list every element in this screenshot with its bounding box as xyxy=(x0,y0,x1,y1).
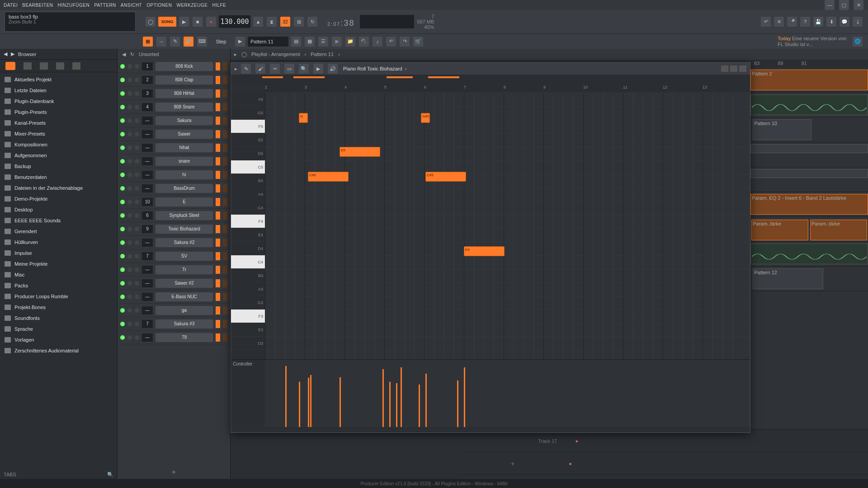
clip-small[interactable] xyxy=(750,144,868,153)
channel-name[interactable]: 808 Kick xyxy=(156,62,213,71)
song-mode-button[interactable]: SONG xyxy=(158,17,176,27)
step-off-icon[interactable] xyxy=(223,293,227,301)
menu-datei[interactable]: DATEI xyxy=(4,3,18,8)
step-on-icon[interactable] xyxy=(216,62,220,70)
channel-solo-icon[interactable] xyxy=(135,200,139,204)
channel-solo-icon[interactable] xyxy=(135,281,139,286)
browser-item[interactable]: Zerschnittenes Audiomaterial xyxy=(0,345,117,356)
channel-led-icon[interactable] xyxy=(120,281,125,286)
channel-mute-icon[interactable] xyxy=(127,240,132,245)
step-on-icon[interactable] xyxy=(216,89,220,98)
browser-item[interactable]: Misc xyxy=(0,269,117,280)
step-on-icon[interactable] xyxy=(216,293,220,301)
rack-row[interactable]: 10E xyxy=(118,195,230,209)
step-on-icon[interactable] xyxy=(216,157,220,165)
channel-solo-icon[interactable] xyxy=(135,267,139,272)
rack-row[interactable]: —hihat xyxy=(118,141,230,155)
channel-mute-icon[interactable] xyxy=(127,145,132,150)
rack-add-button[interactable]: + xyxy=(118,465,230,479)
channel-solo-icon[interactable] xyxy=(135,308,139,313)
clip-audio2[interactable] xyxy=(750,244,868,264)
tempo-display[interactable]: 130.000 xyxy=(219,15,250,28)
snap-select[interactable]: Step xyxy=(210,39,232,44)
channel-number[interactable]: 2 xyxy=(142,76,153,84)
rack-row[interactable]: —Tr xyxy=(118,263,230,277)
channel-led-icon[interactable] xyxy=(120,105,125,109)
channel-name[interactable]: hi xyxy=(156,170,213,179)
step-off-icon[interactable] xyxy=(223,225,227,233)
tempo-tap-icon[interactable]: ♪ xyxy=(373,37,382,47)
channel-mute-icon[interactable] xyxy=(127,91,132,96)
channel-solo-icon[interactable] xyxy=(135,105,139,109)
channel-name[interactable]: Sawer #2 xyxy=(156,279,213,288)
midi-note[interactable]: E5 xyxy=(340,147,380,157)
piano-key[interactable]: E4 xyxy=(231,228,265,242)
rack-row[interactable]: 4808 Snare xyxy=(118,100,230,114)
midi-note[interactable]: E4 xyxy=(464,246,505,256)
menu-hinzufuegen[interactable]: HINZUFÜGEN xyxy=(58,3,90,8)
step-off-icon[interactable] xyxy=(223,306,227,314)
window-close-icon[interactable]: ✕ xyxy=(854,0,863,10)
step-off-icon[interactable] xyxy=(223,198,227,206)
clip-automation[interactable]: Param. EQ 2 - Insert 6 - Band 2 Lautstär… xyxy=(750,194,868,215)
playlist-tracks[interactable]: 83 89 91 Pattern 2 Pattern 10 Param. EQ … xyxy=(750,60,868,479)
step-on-icon[interactable] xyxy=(216,130,220,138)
step-off-icon[interactable] xyxy=(223,89,227,98)
step-off-icon[interactable] xyxy=(223,144,227,152)
channel-solo-icon[interactable] xyxy=(135,118,139,123)
piano-key[interactable]: E3 xyxy=(231,323,265,337)
play-button[interactable]: ▶ xyxy=(179,17,189,27)
mixer-icon[interactable]: ⫸ xyxy=(332,37,342,47)
channel-solo-icon[interactable] xyxy=(135,132,139,136)
browser-item[interactable]: Producer Loops Rumble xyxy=(0,291,117,302)
browser-item[interactable]: Letzte Dateien xyxy=(0,85,117,96)
channel-led-icon[interactable] xyxy=(120,267,125,272)
channel-name[interactable]: Sakura xyxy=(156,116,213,125)
browser-icon[interactable]: 📁 xyxy=(345,37,355,47)
clip-audio[interactable] xyxy=(750,94,868,115)
browser-item[interactable]: Kompositionen xyxy=(0,139,117,150)
piano-tool-paint-icon[interactable]: 🖌 xyxy=(255,64,265,74)
browser-item[interactable]: Vorlagen xyxy=(0,334,117,345)
channel-mute-icon[interactable] xyxy=(127,78,132,82)
pattern-selector[interactable]: Pattern 11 xyxy=(248,37,288,47)
browser-back-icon[interactable]: ◀ xyxy=(4,51,7,57)
rack-row[interactable]: —Sakura #2 xyxy=(118,236,230,249)
channel-led-icon[interactable] xyxy=(120,295,125,299)
piano-menu-icon[interactable]: ▸ xyxy=(235,66,237,72)
channel-name[interactable]: E-Bass NUC xyxy=(156,292,213,301)
step-off-icon[interactable] xyxy=(223,184,227,192)
menu-werkzeuge[interactable]: WERKZEUGE xyxy=(176,3,208,8)
track-mute-icon2[interactable]: ● xyxy=(569,461,572,466)
playlist-menu-icon[interactable]: ▸ xyxy=(234,52,237,57)
piano-grid[interactable]: GG#5E5C#5C#5E4 xyxy=(265,93,750,359)
browser-item[interactable]: Benutzerdaten xyxy=(0,172,117,183)
channel-solo-icon[interactable] xyxy=(135,227,139,231)
browser-item[interactable]: Demo-Projekte xyxy=(0,193,117,204)
channel-name[interactable]: Synpluck Steel xyxy=(156,211,213,220)
step-off-icon[interactable] xyxy=(223,320,227,328)
clip-pattern[interactable]: Pattern 2 xyxy=(750,70,868,90)
overdub-icon[interactable]: ⊞ xyxy=(294,17,304,27)
step-on-icon[interactable] xyxy=(216,279,220,287)
channel-mute-icon[interactable] xyxy=(127,173,132,177)
step-on-icon[interactable] xyxy=(216,171,220,179)
channel-name[interactable]: hihat xyxy=(156,143,213,152)
link-icon[interactable]: 🔗 xyxy=(184,37,193,47)
shop-icon[interactable]: 🛒 xyxy=(413,37,423,47)
channel-name[interactable]: 808 HiHat xyxy=(156,89,213,98)
channel-mute-icon[interactable] xyxy=(127,281,132,286)
browser-tab-4-icon[interactable] xyxy=(56,62,64,70)
piano-key[interactable]: B4 xyxy=(231,174,265,188)
channel-led-icon[interactable] xyxy=(120,200,125,204)
channel-number[interactable]: 4 xyxy=(142,103,153,111)
channel-number[interactable]: 1 xyxy=(142,62,153,70)
channel-led-icon[interactable] xyxy=(120,335,125,340)
piano-roll-icon[interactable]: ▦ xyxy=(305,37,315,47)
redo-icon[interactable]: ↷ xyxy=(400,37,410,47)
render-icon[interactable]: ⬇ xyxy=(826,17,836,27)
step-off-icon[interactable] xyxy=(223,171,227,179)
step-on-icon[interactable] xyxy=(216,333,220,342)
velocity-bar[interactable] xyxy=(401,367,402,427)
step-off-icon[interactable] xyxy=(223,239,227,247)
